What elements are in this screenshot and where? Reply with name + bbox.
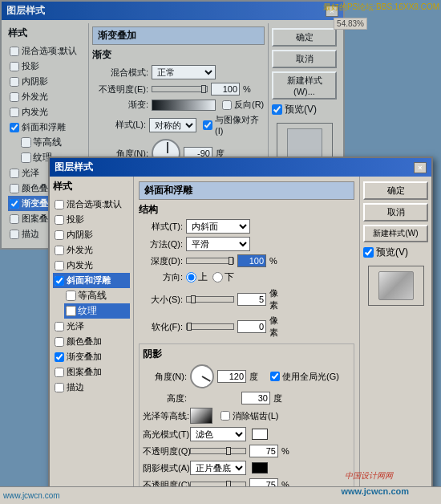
front-dir-down-radio[interactable] <box>212 272 223 282</box>
front-depth-input[interactable] <box>237 254 266 267</box>
front-style-item-8[interactable]: 光泽 <box>53 319 130 334</box>
back-style-check-8[interactable] <box>10 169 19 178</box>
front-style-check-12[interactable] <box>55 383 64 392</box>
front-style-item-10[interactable]: 渐变叠加 <box>53 349 130 364</box>
front-antialias-check[interactable] <box>220 411 230 421</box>
front-style-check-8[interactable] <box>55 322 64 331</box>
front-style-check-0[interactable] <box>55 200 64 209</box>
back-style-label-4: 内发光 <box>22 106 48 118</box>
back-style-check-5[interactable] <box>10 123 19 132</box>
front-depth-slider[interactable] <box>186 258 234 264</box>
back-ok-btn[interactable]: 确定 <box>272 28 337 47</box>
front-size-input[interactable] <box>237 293 266 306</box>
back-style-item-5[interactable]: 斜面和浮雕 <box>8 120 85 135</box>
front-sub-contour-check[interactable] <box>66 291 76 301</box>
front-new-style-btn[interactable]: 新建样式(W) <box>363 225 428 242</box>
back-style-check-1[interactable] <box>10 62 19 71</box>
front-style-check-10[interactable] <box>55 352 64 362</box>
back-style-check-9[interactable] <box>10 184 19 193</box>
front-structure-title: 结构 <box>139 203 354 217</box>
front-highlightopacity-slider[interactable] <box>190 448 246 454</box>
front-dir-up-label[interactable]: 上 <box>186 270 208 284</box>
front-style-check-11[interactable] <box>55 368 64 377</box>
front-style-item-3[interactable]: 外发光 <box>53 242 130 258</box>
back-sub-texture-check[interactable] <box>21 152 31 163</box>
front-dir-up-radio[interactable] <box>186 272 196 282</box>
front-angle-input[interactable] <box>217 370 246 383</box>
front-sub-contour-label: 等高线 <box>78 289 107 303</box>
front-angle-knob[interactable] <box>190 364 214 388</box>
back-style-check-0[interactable] <box>10 47 19 56</box>
front-soften-slider[interactable] <box>186 323 234 330</box>
back-sub-contour[interactable]: 等高线 <box>19 135 85 150</box>
back-style-item-4[interactable]: 内发光 <box>8 104 85 120</box>
front-style-item-5[interactable]: 斜面和浮雕 <box>53 273 130 288</box>
front-shadow-color[interactable] <box>252 462 268 474</box>
back-style-select[interactable]: 对称的 <box>149 118 196 132</box>
back-style-check-12[interactable] <box>10 230 19 239</box>
front-antialias-label: 消除锯齿(L) <box>233 410 278 422</box>
front-style-check-1[interactable] <box>55 215 64 225</box>
front-globallight-row: 使用全局光(G) <box>270 371 339 383</box>
front-soften-input[interactable] <box>237 320 266 333</box>
back-style-check-11[interactable] <box>10 214 19 224</box>
front-size-row: 大小(S): 像素 <box>139 287 354 311</box>
front-style-select[interactable]: 内斜面 <box>186 219 250 234</box>
back-style-item-1[interactable]: 投影 <box>8 59 85 74</box>
back-align-row: 与图像对齐(I) <box>203 114 265 136</box>
front-altitude-input[interactable] <box>241 392 270 404</box>
back-align-check[interactable] <box>203 120 212 130</box>
back-blend-select[interactable]: 正常 <box>152 65 216 79</box>
front-preview-check[interactable] <box>363 247 374 258</box>
front-highlightmode-select[interactable]: 滤色 <box>190 427 246 441</box>
front-preview-inner <box>378 271 414 300</box>
back-gradient-swatch[interactable] <box>152 100 216 111</box>
front-style-check-2[interactable] <box>55 230 64 240</box>
front-shadowmode-select[interactable]: 正片叠底 <box>190 461 246 475</box>
front-style-check-4[interactable] <box>55 261 64 270</box>
back-cancel-btn[interactable]: 取消 <box>272 50 337 68</box>
back-style-check-4[interactable] <box>10 108 19 117</box>
front-close-btn[interactable]: × <box>414 162 427 173</box>
back-style-check-10[interactable] <box>10 199 19 209</box>
front-ok-btn[interactable]: 确定 <box>363 181 428 200</box>
front-globallight-check[interactable] <box>270 372 280 381</box>
front-style-item-1[interactable]: 投影 <box>53 212 130 227</box>
front-dir-down-label[interactable]: 下 <box>212 270 234 284</box>
back-opacity-slider[interactable] <box>152 86 208 92</box>
front-gloss-swatch[interactable] <box>190 408 212 424</box>
front-cancel-btn[interactable]: 取消 <box>363 203 428 222</box>
front-style-item-0[interactable]: 混合选项:默认 <box>53 197 130 212</box>
front-sub-texture-check[interactable] <box>66 306 76 316</box>
front-method-select[interactable]: 平滑 <box>186 237 250 251</box>
back-style-check-3[interactable] <box>10 92 19 102</box>
front-dir-up-text: 上 <box>198 270 208 284</box>
front-highlight-color[interactable] <box>252 429 268 440</box>
front-sub-contour[interactable]: 等高线 <box>64 288 130 303</box>
front-style-item-9[interactable]: 颜色叠加 <box>53 334 130 349</box>
back-style-item-3[interactable]: 外发光 <box>8 89 85 104</box>
back-new-style-btn[interactable]: 新建样式(W)... <box>272 71 337 100</box>
back-style-label-1: 投影 <box>22 60 39 72</box>
back-reverse-check[interactable] <box>222 100 232 110</box>
front-sub-texture[interactable]: 纹理 <box>64 303 130 319</box>
front-style-item-12[interactable]: 描边 <box>53 380 130 395</box>
back-opacity-input[interactable] <box>211 83 240 96</box>
front-style-check-5[interactable] <box>55 276 64 286</box>
front-style-item-2[interactable]: 内阴影 <box>53 227 130 242</box>
front-size-slider[interactable] <box>186 296 234 303</box>
front-style-check-9[interactable] <box>55 337 64 347</box>
watermark-bottom: 中国设计网网 <box>345 470 393 482</box>
back-sub-contour-check[interactable] <box>21 137 31 148</box>
front-style-label-4: 内发光 <box>67 259 93 271</box>
front-altitude-unit: 度 <box>273 392 288 404</box>
front-highlightopacity-input[interactable] <box>249 445 278 457</box>
back-style-item-2[interactable]: 内阴影 <box>8 74 85 89</box>
front-style-check-3[interactable] <box>55 246 64 255</box>
back-style-check-2[interactable] <box>10 77 19 87</box>
front-style-sub: 等高线 纹理 <box>53 288 130 319</box>
back-preview-check[interactable] <box>272 104 282 115</box>
front-style-item-4[interactable]: 内发光 <box>53 258 130 273</box>
back-style-item-0[interactable]: 混合选项:默认 <box>8 43 85 59</box>
front-style-item-11[interactable]: 图案叠加 <box>53 364 130 380</box>
